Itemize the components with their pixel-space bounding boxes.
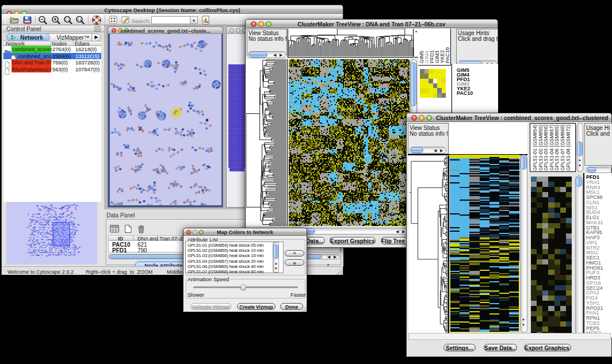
svg-text:1:1: 1:1 xyxy=(78,18,82,21)
